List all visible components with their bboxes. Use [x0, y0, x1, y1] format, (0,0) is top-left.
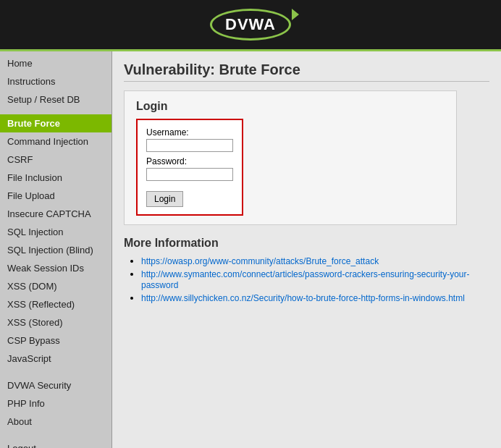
- sidebar-item-dvwa-security[interactable]: DVWA Security: [0, 376, 111, 394]
- password-row: Password:: [146, 156, 233, 181]
- login-box: Login Username: Password: Login: [124, 90, 457, 225]
- login-form: Username: Password: Login: [136, 119, 243, 216]
- info-link-1[interactable]: https://owasp.org/www-community/attacks/…: [141, 256, 379, 266]
- sidebar-item-weak-session-ids[interactable]: Weak Session IDs: [0, 259, 111, 277]
- login-button[interactable]: Login: [146, 191, 183, 207]
- dvwa-logo: DVWA: [210, 9, 291, 41]
- sidebar-item-logout[interactable]: Logout: [0, 439, 111, 448]
- sidebar-item-insecure-captcha[interactable]: Insecure CAPTCHA: [0, 205, 111, 223]
- main-content: Vulnerability: Brute Force Login Usernam…: [112, 51, 501, 448]
- sidebar-item-about[interactable]: About: [0, 413, 111, 431]
- sidebar-item-brute-force[interactable]: Brute Force: [0, 114, 111, 132]
- login-heading: Login: [136, 100, 445, 113]
- sidebar-item-xss-reflected[interactable]: XSS (Reflected): [0, 295, 111, 313]
- sidebar-item-instructions[interactable]: Instructions: [0, 72, 111, 90]
- info-links-list: https://owasp.org/www-community/attacks/…: [124, 255, 489, 303]
- main-wrapper: Home Instructions Setup / Reset DB Brute…: [0, 51, 501, 448]
- sidebar-item-csrf[interactable]: CSRF: [0, 151, 111, 169]
- page-title: Vulnerability: Brute Force: [124, 62, 489, 82]
- sidebar-item-javascript[interactable]: JavaScript: [0, 350, 111, 368]
- list-item: http://www.symantec.com/connect/articles…: [141, 269, 489, 290]
- sidebar-item-php-info[interactable]: PHP Info: [0, 394, 111, 413]
- sidebar-item-command-injection[interactable]: Command Injection: [0, 132, 111, 151]
- sidebar-item-csp-bypass[interactable]: CSP Bypass: [0, 331, 111, 350]
- password-input[interactable]: [146, 168, 233, 181]
- info-link-3[interactable]: http://www.sillychicken.co.nz/Security/h…: [141, 293, 465, 303]
- sidebar-item-file-upload[interactable]: File Upload: [0, 187, 111, 205]
- sidebar-item-xss-stored[interactable]: XSS (Stored): [0, 313, 111, 331]
- username-label: Username:: [146, 127, 233, 138]
- more-info-heading: More Information: [124, 237, 489, 250]
- header: DVWA: [0, 0, 501, 51]
- sidebar-item-xss-dom[interactable]: XSS (DOM): [0, 277, 111, 295]
- info-link-2[interactable]: http://www.symantec.com/connect/articles…: [141, 269, 469, 290]
- sidebar-item-file-inclusion[interactable]: File Inclusion: [0, 169, 111, 187]
- sidebar: Home Instructions Setup / Reset DB Brute…: [0, 51, 112, 448]
- password-label: Password:: [146, 156, 233, 166]
- sidebar-item-setup-reset-db[interactable]: Setup / Reset DB: [0, 90, 111, 109]
- sidebar-item-home[interactable]: Home: [0, 54, 111, 72]
- username-row: Username:: [146, 127, 233, 152]
- list-item: http://www.sillychicken.co.nz/Security/h…: [141, 292, 489, 303]
- sidebar-item-sql-injection[interactable]: SQL Injection: [0, 223, 111, 241]
- username-input[interactable]: [146, 139, 233, 152]
- sidebar-item-sql-injection-blind[interactable]: SQL Injection (Blind): [0, 241, 111, 259]
- list-item: https://owasp.org/www-community/attacks/…: [141, 255, 489, 266]
